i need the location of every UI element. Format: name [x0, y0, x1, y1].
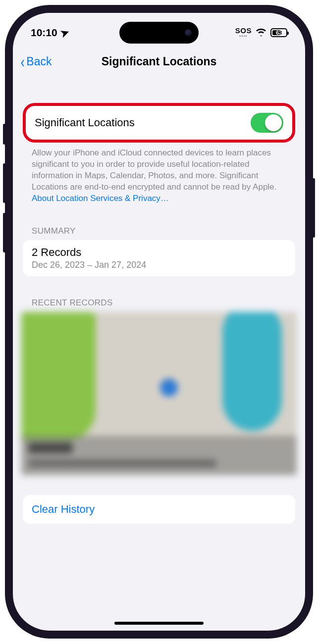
status-time: 10:10 — [31, 27, 57, 39]
sos-indicator: SOS •••• — [235, 27, 252, 39]
back-button[interactable]: ‹ Back — [20, 53, 52, 70]
map-blue-area — [222, 312, 282, 431]
dynamic-island — [119, 22, 199, 44]
significant-locations-toggle[interactable] — [251, 113, 283, 133]
nav-bar: ‹ Back Significant Locations — [13, 48, 305, 75]
toggle-label: Significant Locations — [35, 116, 135, 129]
clear-history-button[interactable]: Clear History — [23, 495, 295, 524]
back-label: Back — [26, 55, 52, 68]
volume-down-button — [3, 213, 6, 252]
map-place-title — [28, 443, 73, 453]
location-dot-icon — [160, 379, 178, 396]
page-title: Significant Locations — [13, 55, 305, 68]
chevron-left-icon: ‹ — [21, 53, 25, 70]
side-button — [312, 178, 315, 238]
map-place-subtitle — [28, 459, 216, 467]
volume-up-button — [3, 163, 6, 203]
silent-switch — [3, 124, 6, 145]
summary-date-range: Dec 26, 2023 – Jan 27, 2024 — [32, 260, 286, 270]
summary-row[interactable]: 2 Records Dec 26, 2023 – Jan 27, 2024 — [23, 240, 295, 276]
map-green-area — [21, 312, 96, 441]
map-footer-overlay — [21, 436, 297, 475]
battery-icon: 63 — [270, 28, 287, 37]
front-camera-icon — [185, 29, 192, 36]
wifi-icon — [256, 27, 266, 39]
screen: 10:10 ➤ SOS •••• 63 ‹ Back — [13, 13, 305, 631]
phone-frame: 10:10 ➤ SOS •••• 63 ‹ Back — [5, 5, 313, 639]
privacy-link[interactable]: About Location Services & Privacy… — [32, 194, 169, 203]
recent-record-map[interactable] — [21, 312, 297, 475]
toggle-knob — [265, 114, 282, 131]
description-text: Allow your iPhone and iCloud connected d… — [23, 143, 295, 204]
recent-records-header: RECENT RECORDS — [23, 298, 295, 312]
highlight-annotation: Significant Locations — [23, 103, 295, 143]
summary-header: SUMMARY — [23, 226, 295, 240]
significant-locations-row[interactable]: Significant Locations — [28, 108, 290, 138]
summary-count: 2 Records — [32, 246, 286, 259]
location-arrow-icon: ➤ — [58, 26, 71, 40]
home-indicator[interactable] — [114, 622, 204, 625]
